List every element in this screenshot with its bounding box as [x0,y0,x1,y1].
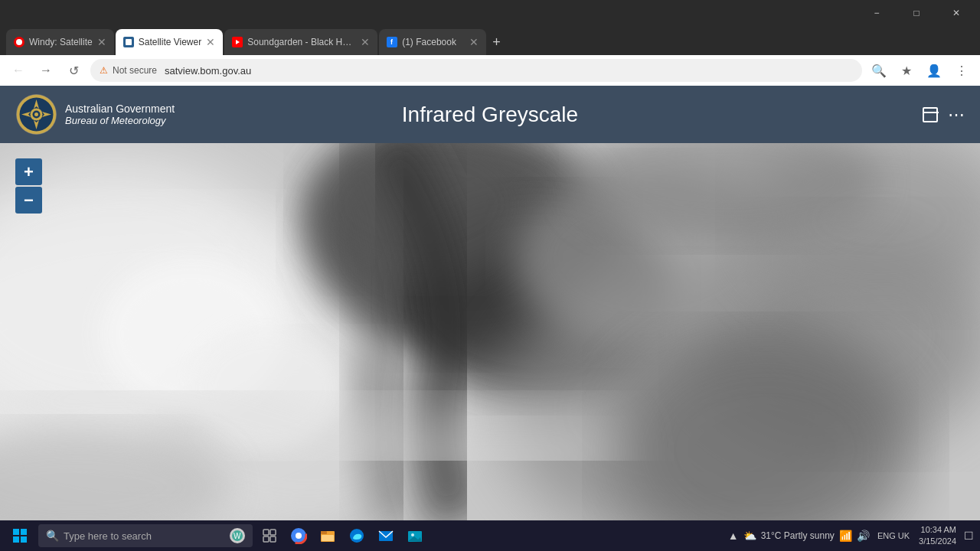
refresh-button[interactable]: ↺ [63,60,84,81]
svg-point-54 [296,533,302,539]
close-button[interactable]: ✕ [939,2,974,24]
url-bar[interactable]: ⚠ Not secure satview.bom.gov.au [90,59,862,82]
svg-rect-50 [263,536,269,542]
more-options-button[interactable]: ⋯ [948,105,965,125]
taskbar-right: ▲ ⛅ 31°C Partly sunny 📶 🔊 ENG UK 10:34 A… [728,524,975,548]
taskbar: 🔍 Type here to search W [0,520,980,551]
fullscreen-button[interactable] [922,106,939,123]
bureau-name: Bureau of Meteorology [65,115,175,126]
tab-youtube[interactable]: Soundgarden - Black Hole Sun... ✕ [224,29,377,55]
svg-rect-42 [13,529,19,535]
tab-satellite-close[interactable]: ✕ [206,36,215,48]
network-icon[interactable]: 📶 [839,530,852,542]
svg-rect-49 [270,530,276,535]
weather-icon: ⛅ [743,530,756,542]
forward-button[interactable]: → [35,60,57,81]
satellite-area: + − [0,143,980,520]
clock-time: 10:34 AM [919,524,956,536]
security-label: Not secure [113,65,157,76]
taskbar-chrome[interactable] [285,522,312,549]
start-button[interactable] [5,520,35,551]
svg-rect-43 [21,529,27,535]
tray-expand[interactable]: ▲ [728,530,739,542]
locale-label: ENG UK [877,531,910,540]
tab-satellite[interactable]: Satellite Viewer ✕ [116,29,224,55]
bom-header: Australian Government Bureau of Meteorol… [0,86,980,143]
title-bar: − □ ✕ [0,0,980,26]
zoom-out-button[interactable]: − [15,187,42,214]
tab-youtube-title: Soundgarden - Black Hole Sun... [247,37,356,47]
taskbar-photos[interactable] [401,522,429,549]
svg-point-61 [411,533,414,536]
svg-text:W: W [234,532,241,540]
menu-icon[interactable]: ⋮ [951,60,972,81]
svg-rect-57 [322,535,334,541]
maximize-button[interactable]: □ [899,2,934,24]
taskbar-edge[interactable] [343,522,371,549]
tab-windy[interactable]: Windy: Satellite ✕ [6,29,114,55]
tab-windy-close[interactable]: ✕ [97,36,106,48]
page-title: Infrared Greyscale [402,103,578,127]
taskbar-search[interactable]: 🔍 Type here to search W [38,524,253,547]
svg-rect-51 [270,536,276,542]
svg-rect-15 [923,108,937,122]
url-text: satview.bom.gov.au [165,65,251,77]
zoom-in-button[interactable]: + [15,158,42,185]
volume-icon[interactable]: 🔊 [857,530,870,542]
profile-icon[interactable]: 👤 [923,60,945,81]
weather-temp: 31°C Partly sunny [761,530,835,541]
svg-point-0 [16,39,22,45]
svg-point-14 [34,112,38,116]
satellite-image [0,143,980,520]
new-tab-button[interactable]: + [488,29,505,55]
header-controls: ⋯ [922,105,965,125]
clock-date: 3/15/2024 [919,536,956,547]
page-content: Australian Government Bureau of Meteorol… [0,86,980,520]
show-desktop[interactable]: ☐ [962,530,975,542]
zoom-controls: + − [15,158,42,214]
taskbar-search-icon: 🔍 [46,530,59,542]
taskbar-explorer[interactable] [314,522,341,549]
tabs-bar: Windy: Satellite ✕ Satellite Viewer ✕ So… [0,26,980,55]
bom-logo: Australian Government Bureau of Meteorol… [15,93,175,135]
svg-rect-44 [13,536,19,543]
tab-facebook[interactable]: f (1) Facebook ✕ [379,29,486,55]
window-controls: − □ ✕ [859,2,974,24]
taskbar-pinned-icons [256,522,429,549]
bom-text-block: Australian Government Bureau of Meteorol… [65,103,175,126]
tab-youtube-close[interactable]: ✕ [361,36,370,48]
zoom-icon[interactable]: 🔍 [868,60,890,81]
svg-rect-48 [263,530,269,535]
taskbar-taskview[interactable] [256,522,283,549]
tab-facebook-close[interactable]: ✕ [469,36,479,48]
taskbar-mail[interactable] [372,522,400,549]
bom-crest-icon [15,93,57,135]
security-icon: ⚠ [100,65,108,76]
minimize-button[interactable]: − [859,2,894,24]
tab-satellite-title: Satellite Viewer [139,37,202,47]
bookmark-icon[interactable]: ★ [896,60,917,81]
tab-facebook-title: (1) Facebook [402,37,465,47]
time-display[interactable]: 10:34 AM 3/15/2024 [919,524,956,548]
svg-rect-45 [21,536,27,543]
system-tray-icons: ▲ ⛅ 31°C Partly sunny 📶 🔊 ENG UK [728,530,913,542]
address-bar: ← → ↺ ⚠ Not secure satview.bom.gov.au 🔍 … [0,55,980,86]
tab-windy-title: Windy: Satellite [29,37,93,47]
taskbar-search-placeholder: Type here to search [64,530,152,542]
back-button[interactable]: ← [8,60,29,81]
svg-rect-1 [126,39,132,45]
svg-rect-56 [321,531,327,534]
gov-name: Australian Government [65,103,175,115]
